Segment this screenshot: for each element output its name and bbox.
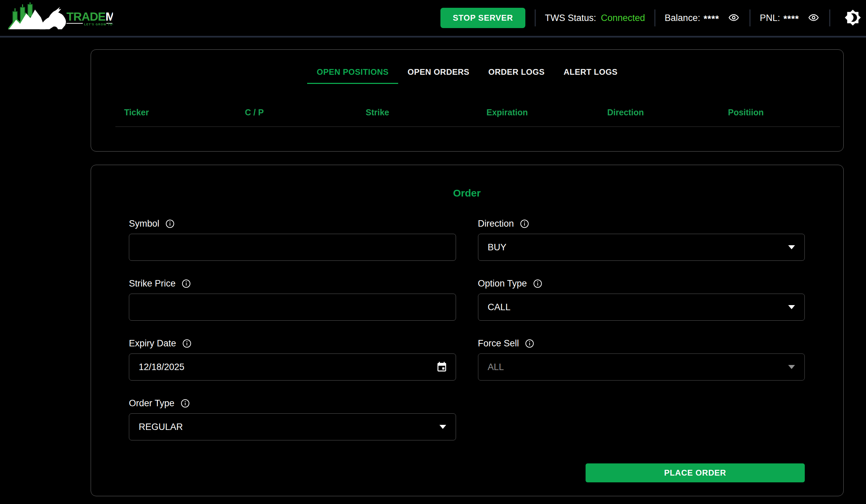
header-controls: STOP SERVER TWS Status: Connected Balanc… (441, 8, 861, 28)
brightness-theme-icon (844, 9, 861, 27)
eye-icon (727, 12, 740, 24)
strike-price-label-row: Strike Price (129, 278, 456, 289)
trademaster-logo-graphic: TRADEMASTER LET'S GROW TOGETHER (8, 2, 113, 33)
caret-down-icon (440, 425, 446, 429)
strike-price-input[interactable] (129, 294, 456, 321)
symbol-label-row: Symbol (129, 219, 456, 229)
brand-primary: TRADE (66, 10, 105, 23)
balance-visibility-toggle[interactable] (727, 12, 740, 24)
svg-text:TRADEMASTER: TRADEMASTER (66, 10, 113, 23)
positions-table-header: Ticker C / P Strike Expiration Direction… (115, 108, 840, 127)
balance-value: **** (704, 14, 719, 24)
date-picker-button[interactable] (436, 361, 447, 373)
place-order-row: PLACE ORDER (586, 463, 805, 482)
info-icon[interactable] (182, 339, 191, 348)
balance-label: Balance: (665, 13, 700, 23)
order-panel: Order Symbol Direction BUY (91, 165, 844, 496)
header-divider (655, 10, 655, 26)
pnl-visibility-toggle[interactable] (807, 12, 820, 24)
expiry-date-field-group: Expiry Date 12/18/2025 (129, 338, 456, 381)
expiry-date-input[interactable]: 12/18/2025 (129, 354, 456, 381)
caret-down-icon (788, 305, 795, 309)
positions-tabs: OPEN POSITIONS OPEN ORDERS ORDER LOGS AL… (91, 61, 843, 84)
strike-price-label: Strike Price (129, 278, 176, 289)
option-type-label-row: Option Type (478, 278, 805, 289)
expiry-date-value: 12/18/2025 (139, 362, 184, 372)
info-icon[interactable] (182, 279, 191, 288)
stop-server-button[interactable]: STOP SERVER (441, 8, 525, 28)
tab-alert-logs[interactable]: ALERT LOGS (554, 61, 627, 84)
eye-icon (807, 12, 820, 24)
positions-panel: OPEN POSITIONS OPEN ORDERS ORDER LOGS AL… (91, 49, 844, 152)
header-divider (830, 10, 830, 26)
column-header-cp: C / P (236, 108, 357, 117)
brand-tagline: LET'S GROW TOGETHER (84, 23, 113, 26)
place-order-button[interactable]: PLACE ORDER (586, 463, 805, 482)
column-header-strike: Strike (357, 108, 478, 117)
tws-status-value: Connected (601, 13, 645, 23)
theme-toggle-button[interactable] (844, 9, 861, 27)
calendar-icon (436, 361, 447, 373)
top-header: TRADEMASTER LET'S GROW TOGETHER STOP SER… (0, 0, 866, 37)
symbol-input[interactable] (129, 234, 456, 261)
info-icon[interactable] (165, 219, 175, 228)
force-sell-label-row: Force Sell (478, 338, 805, 349)
expiry-date-label-row: Expiry Date (129, 338, 456, 349)
strike-price-field-group: Strike Price (129, 278, 456, 321)
direction-label: Direction (478, 219, 514, 229)
order-type-label: Order Type (129, 398, 175, 408)
header-divider (535, 10, 535, 26)
option-type-selected-value: CALL (488, 302, 511, 313)
tws-status: TWS Status: Connected (545, 13, 645, 23)
order-panel-title: Order (129, 187, 805, 199)
force-sell-field-group: Force Sell ALL (478, 338, 805, 381)
order-type-label-row: Order Type (129, 398, 456, 408)
force-sell-select: ALL (478, 354, 805, 381)
tab-open-orders[interactable]: OPEN ORDERS (398, 61, 479, 84)
pnl-value: **** (784, 14, 799, 24)
direction-label-row: Direction (478, 219, 805, 229)
option-type-field-group: Option Type CALL (478, 278, 805, 321)
direction-selected-value: BUY (488, 242, 507, 253)
balance-display: Balance: **** (665, 12, 740, 24)
caret-down-icon (788, 245, 795, 249)
caret-down-icon (788, 365, 795, 369)
tws-status-label: TWS Status: (545, 13, 596, 23)
positions-table-empty-body (91, 127, 843, 150)
force-sell-selected-value: ALL (488, 362, 504, 372)
tab-open-positions[interactable]: OPEN POSITIONS (307, 61, 398, 84)
option-type-select[interactable]: CALL (478, 294, 805, 321)
force-sell-label: Force Sell (478, 338, 519, 349)
info-icon[interactable] (525, 339, 534, 348)
info-icon[interactable] (181, 399, 190, 408)
order-type-select[interactable]: REGULAR (129, 413, 456, 440)
tab-order-logs[interactable]: ORDER LOGS (479, 61, 554, 84)
column-header-direction: Direction (598, 108, 719, 117)
info-icon[interactable] (533, 279, 542, 288)
header-divider (750, 10, 750, 26)
option-type-label: Option Type (478, 278, 527, 289)
column-header-expiration: Expiration (478, 108, 598, 117)
trademaster-logo: TRADEMASTER LET'S GROW TOGETHER (8, 2, 113, 33)
expiry-date-label: Expiry Date (129, 338, 176, 349)
order-type-selected-value: REGULAR (139, 422, 183, 432)
order-form: Symbol Direction BUY Strike (129, 219, 805, 482)
symbol-label: Symbol (129, 219, 159, 229)
symbol-field-group: Symbol (129, 219, 456, 261)
direction-select[interactable]: BUY (478, 234, 805, 261)
column-header-ticker: Ticker (115, 108, 236, 117)
brand-secondary: MASTER (106, 10, 113, 23)
column-header-position: Positiion (719, 108, 840, 117)
info-icon[interactable] (520, 219, 529, 228)
pnl-label: PNL: (760, 13, 780, 23)
pnl-display: PNL: **** (760, 12, 820, 24)
order-type-field-group: Order Type REGULAR (129, 398, 456, 440)
direction-field-group: Direction BUY (478, 219, 805, 261)
